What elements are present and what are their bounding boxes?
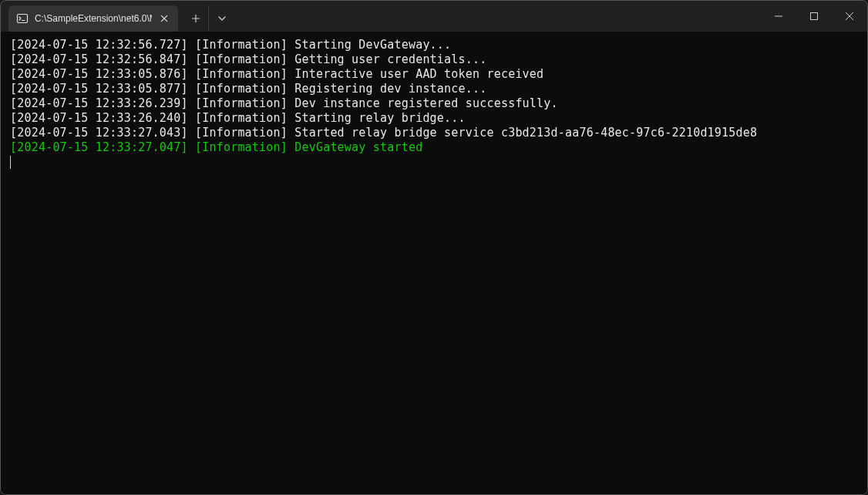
tab-title: C:\SampleExtension\net6.0\M xyxy=(35,13,152,24)
tab-close-button[interactable] xyxy=(158,12,170,25)
active-tab[interactable]: C:\SampleExtension\net6.0\M xyxy=(8,5,178,32)
maximize-button[interactable] xyxy=(796,4,832,29)
window-controls xyxy=(761,1,867,32)
cursor-line xyxy=(10,155,858,170)
terminal-output[interactable]: [2024-07-15 12:32:56.727] [Information] … xyxy=(1,32,867,494)
svg-rect-0 xyxy=(18,15,28,23)
log-line: [2024-07-15 12:33:27.043] [Information] … xyxy=(10,126,858,140)
log-line: [2024-07-15 12:33:27.047] [Information] … xyxy=(10,140,858,155)
tab-dropdown-button[interactable] xyxy=(209,5,235,32)
close-window-button[interactable] xyxy=(832,4,867,29)
log-line: [2024-07-15 12:33:26.240] [Information] … xyxy=(10,111,858,126)
log-line: [2024-07-15 12:33:26.239] [Information] … xyxy=(10,96,858,111)
minimize-button[interactable] xyxy=(761,4,796,29)
tab-actions xyxy=(183,1,235,32)
log-line: [2024-07-15 12:32:56.727] [Information] … xyxy=(10,38,858,52)
log-line: [2024-07-15 12:33:05.877] [Information] … xyxy=(10,82,858,96)
log-line: [2024-07-15 12:33:05.876] [Information] … xyxy=(10,67,858,82)
cursor xyxy=(10,156,11,169)
new-tab-button[interactable] xyxy=(183,5,209,32)
log-line: [2024-07-15 12:32:56.847] [Information] … xyxy=(10,52,858,67)
svg-rect-7 xyxy=(811,13,818,20)
titlebar-left: C:\SampleExtension\net6.0\M xyxy=(1,1,235,32)
titlebar: C:\SampleExtension\net6.0\M xyxy=(1,1,867,32)
terminal-icon xyxy=(16,12,29,25)
